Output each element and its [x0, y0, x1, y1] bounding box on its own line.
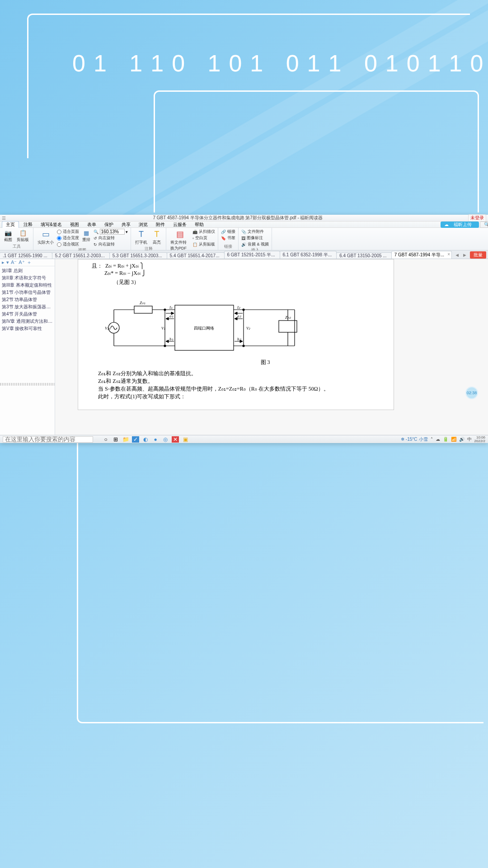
app-icon[interactable]: ◐ — [142, 436, 149, 443]
battery-icon[interactable]: 🔋 — [443, 437, 448, 442]
doc-tab[interactable]: 6.1 GBT 6352-1998 半... — [280, 251, 337, 259]
bm-expand-icon[interactable]: ▸ — [2, 259, 5, 265]
doc-tab[interactable]: 5.2 GBT 15651.2-2003... — [52, 252, 110, 259]
explorer-icon[interactable]: 📁 — [122, 436, 129, 443]
upload-button[interactable]: 福昕上传 — [441, 222, 479, 228]
bg-frame-3 — [77, 434, 483, 723]
snapshot-button[interactable]: 📷截图 — [3, 229, 14, 243]
ribbon-group-insert: 📎 文件附件 🖼 图像标注 🔊 音频 & 视频 插入 — [239, 228, 272, 250]
tab-nav-left-icon[interactable]: ◄ — [455, 252, 460, 258]
ime-icon[interactable]: 中 — [467, 436, 472, 443]
tray-up-icon[interactable]: ˄ — [431, 437, 433, 442]
page-viewport[interactable]: 且： Z₀ᵢ = R₀ᵢ + jX₀ᵢ ⎫ Z₀ᵢ* = R₀ᵢ − jX₀ᵢ … — [55, 259, 488, 435]
menu-browse[interactable]: 浏览 — [135, 222, 151, 228]
image-note-button[interactable]: 🖼 图像标注 — [241, 235, 269, 241]
app-icon[interactable]: ◎ — [162, 436, 169, 443]
bookmark-item[interactable]: 第V章 接收和可靠性 — [0, 325, 55, 332]
app-icon[interactable]: ● — [152, 436, 159, 443]
batch-button[interactable]: 批量 — [470, 251, 486, 259]
titlebar: ☰ 7 GBT 4587-1994 半导体分立器件和集成电路 第7部分双极型晶体… — [0, 215, 488, 222]
menu-home[interactable]: 主页 — [2, 221, 19, 228]
menu-annotate[interactable]: 注释 — [20, 222, 36, 228]
blank-page-button[interactable]: ▫ 空白页 — [192, 235, 215, 241]
bm-text-smaller-icon[interactable]: A⁻ — [11, 259, 17, 265]
menu-share[interactable]: 共享 — [118, 222, 134, 228]
from-scanner-button[interactable]: 📠 从扫描仪 — [192, 229, 215, 235]
svg-marker-25 — [166, 317, 169, 320]
menu-protect[interactable]: 保护 — [101, 222, 117, 228]
bookmark-item[interactable]: 第2节 功率晶体管 — [0, 296, 55, 303]
windows-taskbar: ○ ⊞ 📁 ✓ ◐ ● ◎ ✕ ▣ ❄ -15°C 小雪 ˄ ☁ 🔋 📶 🔊 中… — [0, 435, 488, 443]
app-icon[interactable]: ✓ — [132, 436, 139, 443]
app-icon[interactable]: ✕ — [172, 436, 179, 443]
system-tray: ❄ -15°C 小雪 ˄ ☁ 🔋 📶 🔊 中 10:062022/2 — [398, 436, 488, 443]
rotate-right-button[interactable]: ↻ 向右旋转 — [94, 241, 128, 247]
body-text: 此时，方程式(1)可改写成如下形式： — [87, 393, 385, 401]
close-icon[interactable]: × — [447, 252, 450, 257]
menu-form[interactable]: 表单 — [84, 222, 100, 228]
bookmark-list: 第I章 总则 第II章 术语和文字符号 第III章 基本额定值和特性 第1节 小… — [0, 266, 55, 383]
rearrange-button[interactable]: ▦重排 — [81, 229, 92, 243]
highlight-button[interactable]: T高亮 — [150, 229, 163, 246]
link-button[interactable]: 🔗 链接 — [221, 229, 235, 235]
bookmark-item[interactable]: 第1节 小功率信号晶体管 — [0, 289, 55, 296]
attach-button[interactable]: 📎 文件附件 — [241, 229, 269, 235]
menu-view[interactable]: 视图 — [66, 222, 83, 228]
fit-view-radio[interactable]: 适合视区 — [57, 241, 79, 247]
fit-width-radio[interactable]: 适合宽度 — [57, 235, 79, 241]
clipboard-button[interactable]: 📋剪贴板 — [15, 229, 30, 243]
bookmark-item[interactable]: 第IV章 通用测试方法和基准测试方法 — [0, 318, 55, 325]
bookmark-item[interactable]: 第II章 术语和文字符号 — [0, 274, 55, 282]
bookmark-button[interactable]: 🔖 书签 — [221, 235, 235, 241]
ribbon: 📷截图 📋剪贴板 工具 ▭实际大小 适合页面 适合宽度 适合视区 ▦重排 🔍 ▾… — [0, 228, 488, 250]
app-icon[interactable]: ▣ — [182, 436, 189, 443]
bm-add-icon[interactable]: ＋ — [27, 259, 32, 266]
svg-marker-27 — [166, 340, 169, 343]
fit-page-radio[interactable]: 适合页面 — [57, 229, 79, 235]
doc-tab[interactable]: 6.4 GBT 13150-2005 ... — [336, 252, 391, 259]
taskbar-clock[interactable]: 10:062022/2 — [474, 436, 485, 443]
body-text: Z₀₁和 Z₀₂分别为输入和输出的基准阻抗。 — [87, 370, 385, 377]
tab-nav-right-icon[interactable]: ► — [462, 252, 467, 258]
weather-widget[interactable]: ❄ -15°C 小雪 — [401, 436, 428, 443]
svg-text:b₁: b₁ — [169, 337, 174, 341]
recording-timer[interactable]: 02:38 — [465, 387, 478, 399]
rotate-left-button[interactable]: ↺ 向左旋转 — [94, 235, 128, 241]
doc-tab[interactable]: 5.3 GBT 15651.3-2003... — [109, 252, 167, 259]
taskbar-search[interactable] — [3, 436, 93, 443]
convert-button[interactable]: ▤将文件转换为PDF — [169, 229, 191, 252]
search-icon[interactable]: 🔍 — [480, 222, 488, 228]
svg-rect-4 — [134, 306, 152, 313]
taskview-icon[interactable]: ⊞ — [112, 436, 119, 443]
doc-tab[interactable]: .1 GBT 12565-1990 ... — [0, 252, 52, 259]
svg-text:Z₀₁: Z₀₁ — [140, 301, 145, 305]
bookmark-item[interactable]: 第3节 放大器和振荡器用高频功率晶体管 — [0, 303, 55, 311]
typewriter-button[interactable]: T打字机 — [134, 229, 149, 246]
menu-help[interactable]: 帮助 — [191, 222, 207, 228]
bookmark-item[interactable]: 第I章 总则 — [0, 267, 55, 274]
bookmark-item[interactable]: 第4节 开关晶体管 — [0, 311, 55, 318]
volume-icon[interactable]: 🔊 — [459, 437, 465, 442]
bm-collapse-icon[interactable]: ▾ — [6, 259, 9, 265]
cloud-icon[interactable]: ☁ — [436, 437, 440, 442]
actual-size-button[interactable]: ▭实际大小 — [36, 229, 55, 246]
equation-1: Z₀ᵢ = R₀ᵢ + jX₀ᵢ — [105, 263, 139, 269]
app-menu-icon[interactable]: ☰ — [0, 216, 8, 221]
menu-fill-sign[interactable]: 填写&签名 — [37, 222, 66, 228]
from-clipboard-button[interactable]: 📋 从剪贴板 — [192, 241, 215, 247]
av-button[interactable]: 🔊 音频 & 视频 — [241, 241, 269, 247]
see-figure: （见图 3） — [113, 278, 385, 286]
login-status[interactable]: 未登录 — [468, 214, 486, 222]
wifi-icon[interactable]: 📶 — [451, 437, 456, 442]
menu-attach[interactable]: 附件 — [152, 222, 169, 228]
bm-text-larger-icon[interactable]: A⁺ — [19, 259, 24, 265]
figure-3: V₁₀ Z₀₁ Z₀₂ 四端口网络 I₁ a₁ V₁ b₁ I₂ a₂ V₂ b… — [94, 292, 310, 356]
cortana-icon[interactable]: ○ — [102, 436, 109, 443]
bookmark-item[interactable]: 第III章 基本额定值和特性 — [0, 282, 55, 289]
menu-cloud[interactable]: 云服务 — [169, 222, 190, 228]
ribbon-group-create: ▤将文件转换为PDF 📠 从扫描仪 ▫ 空白页 📋 从剪贴板 创建 — [166, 228, 218, 250]
doc-tab-active[interactable]: 7 GBT 4587-1994 半导...× — [391, 251, 452, 259]
doc-tab[interactable]: 6 GBT 15291-2015 半... — [224, 251, 280, 259]
zoom-input[interactable] — [100, 229, 125, 235]
doc-tab[interactable]: 5.4 GBT 15651.4-2017... — [167, 252, 225, 259]
